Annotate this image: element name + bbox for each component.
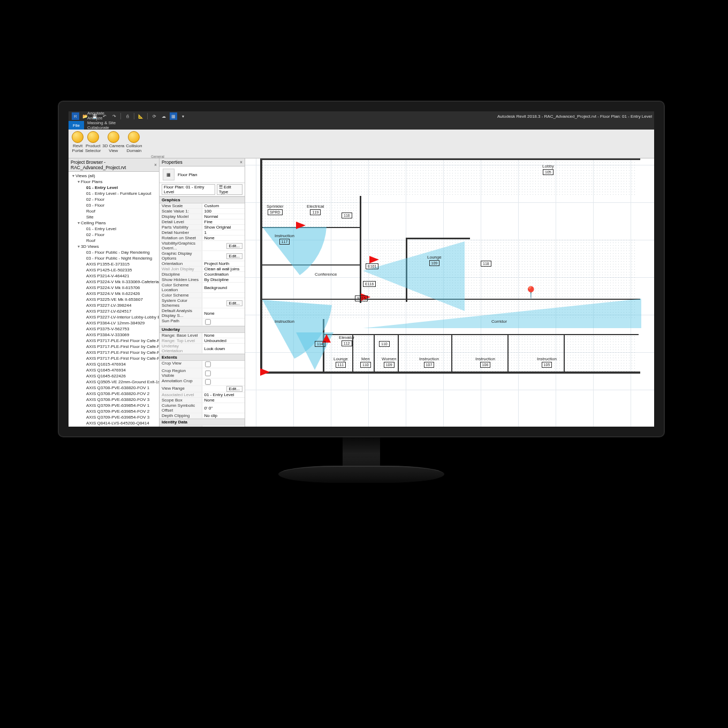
property-group-header[interactable]: Graphics <box>160 196 245 203</box>
tree-item[interactable]: AXIS P3225-VE Mk II-653607 <box>81 297 158 302</box>
property-group-header[interactable]: Extents <box>160 354 245 361</box>
tree-item[interactable]: AXIS Q3708-PVE-638820-FOV 1 <box>81 385 158 391</box>
print-icon[interactable]: ⎙ <box>124 112 131 120</box>
property-row[interactable]: Range: Top LevelUnbounded <box>160 338 245 344</box>
property-checkbox[interactable] <box>205 379 210 384</box>
tree-item[interactable]: AXIS Q3709-PVE-639854-FOV 2 <box>81 408 158 414</box>
tree-item[interactable]: 03 - Floor <box>81 202 158 208</box>
tree-item[interactable]: AXIS P3384-V-333069 <box>81 332 158 338</box>
property-row[interactable]: Wall Join DisplayClean all wall joins <box>160 267 245 272</box>
tree-item[interactable]: AXIS P1425-LE-502335 <box>81 267 158 273</box>
tree-item[interactable]: Balcony View <box>81 426 158 427</box>
tree-item[interactable]: 01 - Entry Level <box>81 226 158 232</box>
tree-item[interactable]: AXIS P3717-PLE-First Floor by Cafe-FOV 1 <box>81 338 158 344</box>
edit-button[interactable]: Edit... <box>226 253 242 259</box>
tree-item[interactable]: AXIS Q3708-PVE-638820-FOV 2 <box>81 391 158 397</box>
property-row[interactable]: DisciplineCoordination <box>160 272 245 277</box>
close-icon[interactable]: × <box>154 162 157 168</box>
tab-analyze[interactable]: Analyze <box>84 116 119 120</box>
property-group-header[interactable]: Identity Data <box>160 419 245 426</box>
property-row[interactable]: System Color SchemesEdit... <box>160 298 245 308</box>
ribbon-button-3d-camera[interactable]: 3D CameraView <box>102 131 124 153</box>
property-row[interactable]: Scope BoxNone <box>160 398 245 403</box>
property-row[interactable]: Display ModelNormal <box>160 214 245 219</box>
tree-item[interactable]: AXIS Q1645-476934 <box>81 367 158 373</box>
camera-icon[interactable] <box>260 368 270 376</box>
property-row[interactable]: Graphic Display OptionsEdit... <box>160 251 245 261</box>
property-row[interactable]: View Template <box>160 426 245 427</box>
property-group-header[interactable]: Underlay <box>160 326 245 333</box>
project-browser-tree[interactable]: ▾Views (all) ▾Floor Plans 01 - Entry Lev… <box>69 172 159 427</box>
tree-item[interactable]: AXIS P3375-V-562753 <box>81 326 158 332</box>
property-row[interactable]: Detail Number1 <box>160 230 245 236</box>
tree-item[interactable]: 02 - Floor <box>81 232 158 238</box>
edit-button[interactable]: Edit... <box>226 386 242 392</box>
property-row[interactable]: Depth ClippingNo clip <box>160 413 245 419</box>
cloud-icon[interactable]: ☁ <box>160 112 168 120</box>
property-row[interactable]: OrientationProject North <box>160 261 245 267</box>
tree-item[interactable]: AXIS P3717-PLE-First Floor by Cafe-FOV 2 <box>81 344 158 350</box>
property-row[interactable]: Scale Value 1:100 <box>160 209 245 214</box>
property-row[interactable]: Parts VisibilityShow Original <box>160 225 245 230</box>
tree-item[interactable]: AXIS Q3709-PVE-639854-FOV 1 <box>81 403 158 408</box>
property-row[interactable]: Detail LevelFine <box>160 219 245 225</box>
tree-item[interactable]: AXIS Q8414-LVS-645200-Q8414 <box>81 420 158 426</box>
instance-selector[interactable]: Floor Plan: 01 - Entry Level <box>162 184 215 195</box>
tree-item[interactable]: 02 - Floor <box>81 196 158 202</box>
tree-item[interactable]: AXIS P3224-V Mk II-333069-Cafeteria <box>81 279 158 285</box>
edit-button[interactable]: Edit... <box>226 243 242 249</box>
tab-annotate[interactable]: Annotate <box>84 111 119 116</box>
property-row[interactable]: Default Analysis Display S...None <box>160 308 245 318</box>
ribbon-button-product[interactable]: ProductSelector <box>85 131 101 153</box>
drawing-canvas[interactable]: 📍 Lobby105SprinklerSPRDElectrical119116I… <box>245 158 654 427</box>
property-row[interactable]: Column Symbolic Offset0' 0" <box>160 403 245 413</box>
property-row[interactable]: Color Scheme <box>160 293 245 298</box>
camera-icon[interactable] <box>296 222 306 229</box>
dropdown-icon[interactable]: ▾ <box>179 112 187 120</box>
tree-item[interactable]: 03 - Floor Public - Night Rendering <box>81 255 158 261</box>
tree-item[interactable]: AXIS Q3505-VE 22mm-Ground Exit-1st Floor… <box>81 379 158 385</box>
property-row[interactable]: View RangeEdit... <box>160 386 245 392</box>
tree-item[interactable]: AXIS P3227-LV-398244 <box>81 302 158 308</box>
tree-item[interactable]: AXIS P3224-V Mk II-622426 <box>81 291 158 297</box>
edit-type-button[interactable]: ☰ Edit Type <box>217 184 242 195</box>
property-row[interactable]: Range: Base LevelNone <box>160 333 245 338</box>
property-row[interactable]: Annotation Crop <box>160 378 245 386</box>
ribbon-button-collision[interactable]: CollisionDomain <box>126 131 142 153</box>
tree-item[interactable]: AXIS P3717-PLE-First Floor by Cafe-FOV 3 <box>81 350 158 355</box>
property-row[interactable]: View ScaleCustom <box>160 203 245 209</box>
tab-file[interactable]: File <box>69 121 84 130</box>
property-row[interactable]: Show Hidden LinesBy Discipline <box>160 277 245 283</box>
tree-item[interactable]: AXIS P3227-LV-Interior Lobby-Lobby Entra… <box>81 314 158 320</box>
tree-item[interactable]: AXIS Q1645-622426 <box>81 373 158 379</box>
camera-icon[interactable] <box>369 256 379 263</box>
measure-icon[interactable]: 📐 <box>137 112 145 120</box>
property-row[interactable]: Sun Path <box>160 318 245 326</box>
edit-button[interactable]: Edit... <box>226 300 242 306</box>
tree-item[interactable]: AXIS P3717-PLE-First Floor by Cafe-FOV 4 <box>81 355 158 361</box>
tree-item[interactable]: Roof <box>81 208 158 214</box>
property-checkbox[interactable] <box>205 370 210 376</box>
tree-item[interactable]: AXIS Q1615-476934 <box>81 361 158 367</box>
tab-massing-site[interactable]: Massing & Site <box>84 120 119 125</box>
tree-item[interactable]: 03 - Floor Public - Day Rendering <box>81 249 158 255</box>
tree-item[interactable]: AXIS Q3708-PVE-638820-FOV 3 <box>81 397 158 403</box>
property-row[interactable]: Underlay OrientationLook down <box>160 344 245 354</box>
tree-item[interactable]: AXIS P3214-V-464421 <box>81 273 158 279</box>
property-row[interactable]: Associated Level01 - Entry Level <box>160 392 245 398</box>
tree-item[interactable]: Site <box>81 214 158 220</box>
app-menu-icon[interactable]: R <box>72 112 79 120</box>
property-checkbox[interactable] <box>205 319 210 324</box>
property-row[interactable]: Crop View <box>160 361 245 368</box>
tree-item[interactable]: AXIS Q3709-PVE-639854-FOV 3 <box>81 414 158 420</box>
tree-item[interactable]: Roof <box>81 238 158 244</box>
location-pin-icon[interactable]: 📍 <box>524 286 538 300</box>
property-row[interactable]: Color Scheme LocationBackground <box>160 283 245 293</box>
ribbon-button-revit[interactable]: RevitPortal <box>72 131 84 153</box>
tree-item[interactable]: AXIS P3364-LV 12mm-384929 <box>81 320 158 326</box>
tree-item[interactable]: AXIS P3224-V Mk II-615706 <box>81 285 158 291</box>
tree-item[interactable]: 01 - Entry Level <box>81 185 158 191</box>
close-icon[interactable]: × <box>240 160 242 165</box>
tree-item[interactable]: AXIS P3227-LV-624517 <box>81 308 158 314</box>
property-row[interactable]: Rotation on SheetNone <box>160 236 245 241</box>
